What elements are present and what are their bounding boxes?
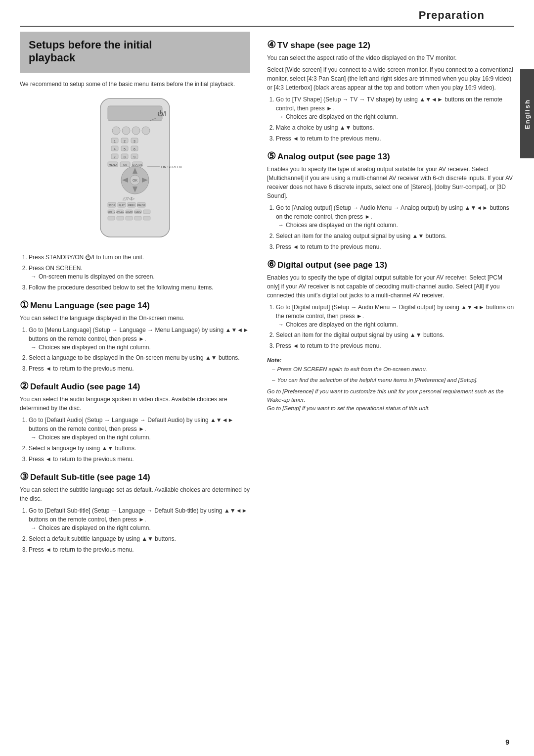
- section-digital-output: ⑥ Digital output (see page 13): [267, 258, 514, 270]
- svg-text:1: 1: [114, 140, 116, 143]
- note-item: You can find the selection of the helpfu…: [267, 376, 514, 384]
- svg-text:2: 2: [124, 140, 126, 143]
- arrow-note: Choices are displayed on the right colum…: [278, 113, 514, 121]
- step-item: Follow the procedure described below to …: [29, 283, 250, 292]
- default-audio-desc: You can select the audio language spoken…: [20, 395, 250, 413]
- svg-text:STOP: STOP: [108, 204, 115, 207]
- svg-point-3: [122, 127, 130, 135]
- svg-text:3: 3: [134, 140, 135, 143]
- initial-steps: Press STANDBY/ON ⏻/I to turn on the unit…: [20, 253, 250, 292]
- default-subtitle-steps: Go to [Default Sub-title] (Setup → Langu…: [20, 506, 250, 554]
- intro-text: We recommend to setup some of the basic …: [20, 80, 250, 89]
- svg-text:PAUSE: PAUSE: [137, 204, 146, 207]
- step-item: Make a choice by using ▲▼ buttons.: [276, 123, 514, 132]
- svg-point-2: [112, 127, 120, 135]
- menu-language-desc: You can select the language displayed in…: [20, 314, 250, 323]
- step-item: Press ◄ to return to the previous menu.: [29, 364, 250, 373]
- svg-rect-61: [143, 216, 150, 220]
- remote-svg: 1 2 3 4 5 6 7 8 9 ME: [81, 94, 189, 247]
- svg-text:ON SCREEN: ON SCREEN: [161, 165, 182, 169]
- step-item: Go to [Default Sub-title] (Setup → Langu…: [29, 506, 250, 532]
- svg-rect-60: [134, 216, 141, 220]
- step-item: Go to [Menu Language] (Setup → Language …: [29, 326, 250, 352]
- step-item: Select a default subtitle language by us…: [29, 534, 250, 543]
- page-header: Preparation: [20, 0, 514, 27]
- tv-shape-steps: Go to [TV Shape] (Setup → TV → TV shape)…: [267, 95, 514, 143]
- arrow-note: Choices are displayed on the right colum…: [31, 343, 250, 352]
- step-item: Select a language to be displayed in the…: [29, 353, 250, 362]
- svg-rect-57: [108, 216, 115, 220]
- svg-text:⏻/I: ⏻/I: [157, 110, 167, 117]
- svg-text:OK: OK: [133, 179, 137, 182]
- side-tab-label: English: [524, 99, 531, 129]
- arrow-note: On-screen menu is displayed on the scree…: [31, 273, 250, 281]
- svg-text:ANGLE: ANGLE: [116, 211, 124, 213]
- arrow-note: Choices are displayed on the right colum…: [31, 433, 250, 442]
- section-menu-language: ① Menu Language (see page 14): [20, 299, 250, 311]
- analog-output-steps: Go to [Analog output] (Setup → Audio Men…: [267, 203, 514, 251]
- default-subtitle-desc: You can select the subtitle language set…: [20, 485, 250, 503]
- digital-output-desc: Enables you to specify the type of digit…: [267, 273, 514, 300]
- svg-text:ON: ON: [123, 163, 127, 166]
- svg-text:5: 5: [124, 147, 126, 151]
- step-item: Go to [TV Shape] (Setup → TV → TV shape)…: [276, 95, 514, 121]
- section-tv-shape: ④ TV shape (see page 12): [267, 39, 514, 50]
- right-column: ④ TV shape (see page 12) You can select …: [262, 32, 514, 559]
- note-list: Press ON SCREEN again to exit from the O…: [267, 365, 514, 384]
- svg-point-4: [132, 127, 140, 135]
- main-content: Setups before the initial playback We re…: [0, 32, 534, 559]
- svg-rect-59: [126, 216, 133, 220]
- left-column: Setups before the initial playback We re…: [20, 32, 262, 559]
- note-title: Note:: [267, 357, 514, 363]
- side-tab: English: [520, 69, 534, 158]
- svg-text:ZOOM: ZOOM: [126, 211, 133, 213]
- svg-rect-52: [143, 210, 150, 214]
- step-item: Press ◄ to return to the previous menu.: [276, 341, 514, 350]
- menu-language-steps: Go to [Menu Language] (Setup → Language …: [20, 326, 250, 374]
- svg-rect-1: [108, 106, 162, 121]
- remote-container: 1 2 3 4 5 6 7 8 9 ME: [20, 94, 250, 247]
- step-item: Press STANDBY/ON ⏻/I to turn on the unit…: [29, 253, 250, 262]
- step-item: Select a language by using ▲▼ buttons.: [29, 444, 250, 453]
- page-title: Preparation: [419, 9, 485, 21]
- digital-output-steps: Go to [Digital output] (Setup → Audio Me…: [267, 303, 514, 351]
- svg-text:6: 6: [134, 147, 135, 151]
- step-item: Press ◄ to return to the previous menu.: [276, 134, 514, 143]
- step-item: Select an item for the analog output sig…: [276, 232, 514, 240]
- tv-shape-desc2: Select [Wide-screen] if you connect to a…: [267, 65, 514, 92]
- svg-text:AUDIO: AUDIO: [134, 211, 142, 213]
- note-section: Note: Press ON SCREEN again to exit from…: [267, 357, 514, 413]
- step-item: Go to [Analog output] (Setup → Audio Men…: [276, 203, 514, 230]
- svg-text:STATUS: STATUS: [133, 163, 143, 166]
- svg-text:8: 8: [124, 155, 126, 159]
- svg-rect-58: [117, 216, 124, 220]
- setup-box-title: Setups before the initial playback: [29, 39, 241, 65]
- note-item: Press ON SCREEN again to exit from the O…: [267, 365, 514, 374]
- svg-text:9: 9: [134, 155, 135, 159]
- svg-text:SUBTL: SUBTL: [108, 211, 115, 213]
- page-number: 9: [505, 738, 509, 746]
- section-default-audio: ② Default Audio (see page 14): [20, 380, 250, 392]
- svg-point-5: [142, 127, 150, 135]
- analog-output-desc: Enables you to specify the type of analo…: [267, 165, 514, 200]
- svg-text:PLAY: PLAY: [119, 204, 125, 207]
- section-default-subtitle: ③ Default Sub-title (see page 14): [20, 471, 250, 482]
- note-extra: Go to [Preference] if you want to custom…: [267, 387, 514, 413]
- step-item: Press ◄ to return to the previous menu.: [29, 545, 250, 554]
- arrow-note: Choices are displayed on the right colum…: [278, 221, 514, 230]
- svg-text:MENU: MENU: [109, 163, 117, 166]
- step-item: Press ◄ to return to the previous menu.: [276, 242, 514, 251]
- section-analog-output: ⑤ Analog output (see page 13): [267, 150, 514, 162]
- default-audio-steps: Go to [Default Audio] (Setup → Language …: [20, 416, 250, 464]
- step-item: Go to [Default Audio] (Setup → Language …: [29, 416, 250, 442]
- svg-text:4: 4: [114, 147, 116, 151]
- setup-box: Setups before the initial playback: [20, 32, 250, 73]
- step-item: Select an item for the digital output si…: [276, 331, 514, 339]
- svg-text:△▽◁▷: △▽◁▷: [123, 196, 135, 201]
- arrow-note: Choices are displayed on the right colum…: [31, 524, 250, 532]
- step-item: Press ON SCREEN. On-screen menu is displ…: [29, 264, 250, 281]
- tv-shape-desc: You can select the aspect ratio of the v…: [267, 53, 514, 62]
- step-item: Press ◄ to return to the previous menu.: [29, 455, 250, 464]
- step-item: Go to [Digital output] (Setup → Audio Me…: [276, 303, 514, 329]
- svg-text:PREV: PREV: [128, 204, 135, 207]
